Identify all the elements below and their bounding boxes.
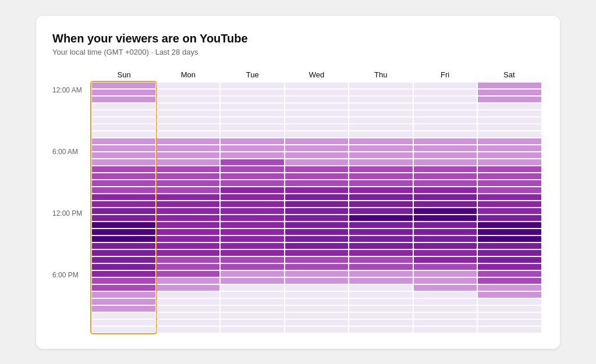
heat-cell [349, 187, 413, 193]
heat-cell [285, 208, 349, 214]
heat-cell [92, 243, 155, 249]
heat-cell [478, 264, 541, 270]
heat-cell [478, 145, 541, 151]
heat-cell [157, 229, 220, 235]
heat-cell [221, 173, 284, 179]
heat-cell [349, 292, 413, 298]
heat-cell [478, 173, 541, 179]
heat-cell [349, 145, 413, 151]
heat-cell [285, 292, 349, 298]
heat-cell [92, 180, 155, 186]
heat-cell [478, 327, 541, 333]
heat-cell [92, 152, 155, 158]
heat-cell [414, 243, 477, 249]
heat-cell [414, 320, 477, 326]
heat-cell [221, 257, 284, 263]
heat-cell [478, 229, 541, 235]
heat-cell [92, 124, 155, 130]
heat-cell [478, 124, 541, 130]
heatmap-grid [92, 83, 541, 333]
heat-cell [285, 110, 349, 116]
day-column-sat [478, 83, 541, 333]
heat-cell [478, 117, 541, 123]
heat-cell [221, 152, 284, 158]
heat-cell [349, 194, 413, 200]
page-title: When your viewers are on YouTube [52, 32, 541, 45]
heat-cell [349, 278, 413, 284]
heat-cell [221, 194, 284, 200]
heat-cell [221, 327, 284, 333]
heat-cell [157, 250, 220, 256]
heat-cell [221, 159, 284, 165]
heat-cell [92, 117, 155, 123]
heat-cell [285, 327, 349, 333]
heat-cell [157, 271, 220, 277]
heat-cell [92, 104, 155, 109]
heat-cell [414, 278, 477, 284]
heat-cell [285, 145, 349, 151]
heat-cell [349, 229, 413, 235]
heat-cell [157, 90, 220, 95]
heat-cell [349, 299, 413, 305]
day-column-wed [285, 83, 349, 333]
heat-cell [349, 104, 413, 109]
heat-cell [221, 313, 284, 319]
time-label-1200pm: 12:00 PM [52, 210, 86, 217]
heat-cell [414, 292, 477, 298]
heat-cell [157, 278, 220, 284]
heat-cell [285, 313, 349, 319]
heat-cell [414, 264, 477, 270]
heat-cell [414, 173, 477, 179]
heat-cell [414, 145, 477, 151]
heat-cell [221, 110, 284, 116]
day-header-wed: Wed [285, 70, 349, 79]
heat-cell [221, 180, 284, 186]
grid-container: SunMonTueWedThuFriSat [92, 70, 541, 333]
heat-cell [157, 131, 220, 137]
heat-cell [349, 173, 413, 179]
heat-cell [349, 285, 413, 291]
heat-cell [221, 229, 284, 235]
heat-cell [221, 215, 284, 221]
heat-cell [221, 236, 284, 242]
heat-cell [157, 117, 220, 123]
heat-cell [285, 250, 349, 256]
heat-cell [414, 229, 477, 235]
heat-cell [414, 138, 477, 144]
heat-cell [221, 306, 284, 312]
heat-cell [157, 124, 220, 130]
heat-cell [285, 271, 349, 277]
heat-cell [221, 166, 284, 172]
heat-cell [285, 97, 349, 102]
heat-cell [414, 285, 477, 291]
heat-cell [221, 264, 284, 270]
heat-cell [414, 299, 477, 305]
heat-cell [157, 215, 220, 221]
heat-cell [221, 145, 284, 151]
heat-cell [285, 257, 349, 263]
heat-cell [349, 131, 413, 137]
heat-cell [414, 215, 477, 221]
heat-cell [92, 285, 155, 291]
heat-cell [221, 97, 284, 102]
heat-cell [92, 306, 155, 312]
heat-cell [414, 131, 477, 137]
heat-cell [414, 152, 477, 158]
day-column-fri [414, 83, 477, 333]
heat-cell [349, 97, 413, 102]
heat-cell [221, 104, 284, 109]
heat-cell [478, 83, 541, 88]
heat-cell [92, 201, 155, 207]
heat-cell [157, 313, 220, 319]
card: When your viewers are on YouTube Your lo… [36, 16, 560, 349]
heat-cell [349, 250, 413, 256]
heat-cell [221, 299, 284, 305]
heat-cell [349, 208, 413, 214]
heat-cell [349, 306, 413, 312]
day-header-sun: Sun [92, 70, 156, 79]
day-header-fri: Fri [413, 70, 477, 79]
heat-cell [478, 97, 541, 102]
heat-cell [92, 222, 155, 228]
heat-cell [92, 138, 155, 144]
heat-cell [221, 90, 284, 95]
